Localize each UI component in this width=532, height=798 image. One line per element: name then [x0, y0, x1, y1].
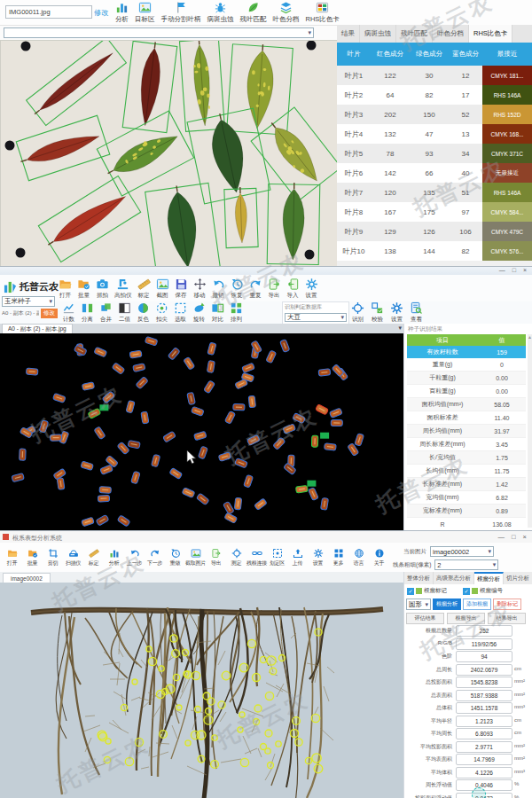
field-value[interactable]: 252 — [456, 625, 512, 637]
seed-tool2-9[interactable]: 排列 — [230, 301, 243, 324]
seed-tool2-0[interactable]: 计数 — [62, 301, 75, 324]
seed-tool2-4[interactable]: 反色 — [137, 301, 150, 324]
leaf-tool-1[interactable]: 目标区 — [135, 1, 155, 24]
seed-tool1-0[interactable]: 打开 — [59, 278, 72, 300]
checkbox-group-0[interactable]: ✓根瘤标记 — [407, 587, 447, 595]
seed-tool1-12[interactable]: 导入 — [286, 278, 300, 300]
table-row[interactable]: 叶片9129126106CMYK 479C — [337, 222, 532, 241]
secondary-button-1[interactable]: 根瘤导出 — [447, 613, 485, 624]
root-tool-13[interactable]: 划定区 — [267, 548, 287, 567]
root-tool-2[interactable]: 剪切 — [43, 548, 63, 567]
tab-1[interactable]: 病斑虫蚀 — [360, 25, 396, 43]
seed-tool1-2[interactable]: 抓拍 — [96, 278, 109, 300]
secondary-button-2[interactable]: 结果导出 — [488, 613, 526, 624]
root-image-canvas[interactable] — [0, 583, 403, 798]
modify-link[interactable]: 修改 — [94, 8, 108, 18]
seed-tool1-8[interactable]: 撤销 — [212, 278, 225, 300]
seed-tool2-6[interactable]: 选取 — [174, 301, 187, 324]
checkbox-checked[interactable]: ✓ — [463, 588, 470, 595]
checkbox-group-1[interactable]: ✓根瘤编号 — [463, 587, 503, 595]
seed-tool1-1[interactable]: 批量 — [77, 278, 90, 300]
seed-tool1-4[interactable]: 标定 — [137, 278, 151, 300]
minimize-button[interactable]: — — [498, 533, 505, 541]
field-value[interactable]: 6.8093 — [456, 728, 512, 739]
tab-list-dropdown-icon[interactable]: ▾ — [398, 325, 402, 332]
db-tool-0[interactable]: 识别 — [351, 301, 364, 324]
line-width-dropdown[interactable]: 2▾ — [434, 559, 498, 570]
table-row[interactable]: 叶片2648217RHS 146A — [337, 85, 532, 105]
root-tool-0[interactable]: 打开 — [2, 548, 22, 567]
action-button-1[interactable]: 添加根瘤 — [463, 598, 491, 610]
analysis-tab-0[interactable]: 整体分析 — [404, 572, 434, 584]
field-value[interactable]: 1.2123 — [456, 716, 512, 727]
table-row[interactable]: 叶片61426640无最接近 — [337, 163, 532, 183]
result-row[interactable]: 宽均值(mm)6.82 — [407, 491, 526, 505]
tab-3[interactable]: 叶色分档 — [433, 25, 469, 43]
result-row[interactable]: 宽标准差(mm)0.89 — [407, 505, 526, 518]
seed-tool2-8[interactable]: 对比 — [211, 301, 224, 324]
leaf-image-canvas[interactable] — [0, 40, 337, 266]
analysis-tab-2[interactable]: 根瘤分析 — [474, 572, 504, 584]
seed-tool1-5[interactable]: 截图 — [156, 278, 169, 300]
root-tool-16[interactable]: 更多 — [328, 548, 348, 567]
table-row[interactable]: 叶片1013814482CMYK 576... — [337, 241, 532, 261]
modify-button[interactable]: 修改 — [41, 309, 58, 318]
result-row[interactable]: 长标准差(mm)1.42 — [407, 478, 526, 491]
seed-tool2-3[interactable]: 二值 — [118, 301, 131, 324]
leaf-tool-3[interactable]: 病斑虫蚀 — [207, 1, 234, 24]
seed-tool1-6[interactable]: 保存 — [175, 278, 188, 300]
seed-tool2-5[interactable]: 扣尖 — [155, 301, 168, 324]
field-value[interactable]: 14.7969 — [456, 754, 512, 765]
filename-input[interactable] — [5, 5, 92, 19]
seed-tool2-1[interactable]: 分离 — [81, 301, 94, 324]
tab-2[interactable]: 残叶匹配 — [396, 25, 433, 43]
minimize-button[interactable]: — — [499, 267, 505, 273]
leaf-tool-4[interactable]: 残叶匹配 — [240, 1, 267, 24]
table-row[interactable]: 叶片5789334CMYK 371C — [337, 144, 532, 163]
db-species-dropdown[interactable]: 大豆▾ — [285, 313, 347, 322]
root-tool-5[interactable]: 分析 — [104, 548, 124, 567]
leaf-tool-5[interactable]: 叶色分档 — [273, 1, 300, 24]
root-tool-4[interactable]: 标定 — [83, 548, 104, 567]
leaf-tool-6[interactable]: RHS比色卡 — [306, 1, 340, 24]
current-image-dropdown[interactable]: image00002▾ — [430, 546, 494, 557]
field-value[interactable]: 94 — [456, 651, 512, 662]
analysis-tab-3[interactable]: 切片分析 — [504, 572, 532, 584]
field-value[interactable]: 2402.0679 — [456, 664, 512, 676]
result-row[interactable]: 面积标准差11.40 — [407, 411, 526, 425]
result-row[interactable]: 长/宽均值1.75 — [407, 451, 526, 465]
leaf-tool-0[interactable]: 分析 — [115, 1, 129, 24]
root-tool-8[interactable]: 重做 — [165, 548, 185, 567]
species-dropdown[interactable]: 玉米种子▾ — [2, 296, 55, 307]
maximize-button[interactable]: □ — [512, 267, 516, 273]
root-tool-6[interactable]: 上一步 — [124, 548, 145, 567]
seed-tool1-9[interactable]: 恢复 — [231, 278, 244, 300]
table-row[interactable]: 叶片712013551RHS 146A — [337, 183, 532, 202]
table-row[interactable]: 叶片41324713CMYK 168... — [337, 124, 532, 144]
seed-tool1-7[interactable]: 移动 — [193, 278, 207, 300]
seed-tool1-10[interactable]: 重复 — [249, 278, 262, 300]
root-tool-1[interactable]: 批量 — [22, 548, 43, 567]
result-row[interactable]: 重量(g)0 — [407, 358, 526, 372]
db-tool-3[interactable]: 查看 — [410, 301, 423, 324]
action-button-0[interactable]: 根瘤分析 — [433, 598, 461, 610]
highlight-row[interactable]: 有效籽粒数 159 — [407, 346, 526, 358]
seed-tool1-13[interactable]: 设置 — [305, 278, 318, 300]
checkbox-checked[interactable]: ✓ — [407, 588, 414, 595]
root-tool-9[interactable]: 截取图片 — [185, 548, 206, 567]
field-value[interactable]: 2.9771 — [456, 741, 512, 753]
db-tool-2[interactable]: 设置 — [390, 301, 403, 324]
field-value[interactable]: 119/92/56 — [456, 638, 512, 650]
scrollbar[interactable]: ▲ — [528, 334, 532, 528]
tab-0[interactable]: 结果 — [337, 25, 360, 43]
action-button-2[interactable]: 删除标记 — [493, 598, 521, 610]
table-row[interactable]: 叶片816717597CMYK 584... — [337, 202, 532, 222]
root-tool-17[interactable]: 语言 — [348, 548, 369, 567]
maximize-button[interactable]: □ — [512, 533, 516, 541]
db-tool-1[interactable]: 校验 — [371, 301, 384, 324]
image-select-combobox[interactable]: ▾ — [4, 27, 314, 38]
root-tool-11[interactable]: 测定 — [226, 548, 246, 567]
result-row[interactable]: 周长均值(mm)31.97 — [407, 425, 526, 438]
result-row[interactable]: 千粒重(g)0.00 — [407, 372, 526, 385]
root-tool-15[interactable]: 设置 — [308, 548, 328, 567]
